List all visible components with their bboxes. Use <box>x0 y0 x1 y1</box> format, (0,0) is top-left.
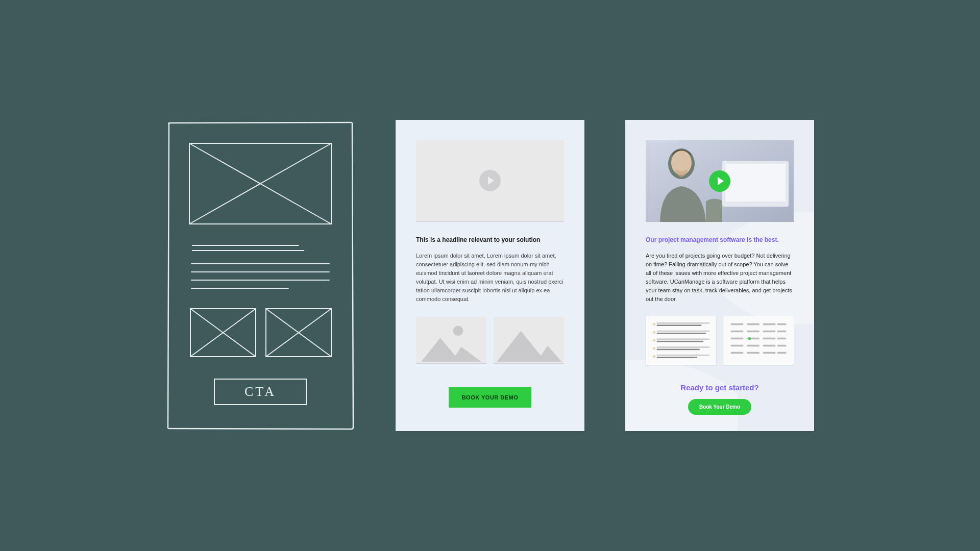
ready-heading: Ready to get started? <box>646 383 794 392</box>
sketch-cta-label: CTA <box>244 384 276 399</box>
svg-rect-35 <box>657 341 703 342</box>
hero-video[interactable] <box>646 140 794 222</box>
hifi-body-text: Are you tired of projects going over bud… <box>646 252 794 304</box>
svg-point-27 <box>653 323 655 325</box>
svg-rect-42 <box>727 319 790 362</box>
svg-rect-41 <box>657 357 697 359</box>
image-placeholder <box>494 317 564 364</box>
video-placeholder[interactable] <box>416 140 564 222</box>
svg-rect-44 <box>747 323 760 325</box>
svg-rect-28 <box>657 322 709 324</box>
svg-rect-40 <box>657 355 709 356</box>
hifi-headline: Our project management software is the b… <box>646 236 794 243</box>
svg-point-20 <box>625 360 738 431</box>
hifi-mockup-panel: Our project management software is the b… <box>625 120 814 431</box>
lofi-body-text: Lorem ipsum dolor sit amet, Lorem ipsum … <box>416 252 564 304</box>
svg-marker-18 <box>497 331 561 362</box>
svg-marker-17 <box>421 338 481 362</box>
svg-rect-51 <box>731 338 744 340</box>
svg-rect-57 <box>763 345 776 347</box>
svg-rect-50 <box>777 331 787 333</box>
book-demo-button[interactable]: Book Your Demo <box>688 399 751 415</box>
svg-rect-48 <box>747 331 760 333</box>
lofi-mockup-panel: This is a headline relevant to your solu… <box>396 120 584 431</box>
lofi-headline: This is a headline relevant to your solu… <box>416 236 564 243</box>
svg-rect-61 <box>763 352 776 354</box>
image-placeholder <box>416 317 486 364</box>
svg-rect-49 <box>763 331 776 333</box>
play-icon <box>709 170 730 192</box>
svg-rect-34 <box>657 339 709 340</box>
wireframe-sketch-panel: CTA <box>166 120 355 431</box>
svg-rect-46 <box>777 323 787 325</box>
svg-rect-55 <box>731 345 744 347</box>
svg-point-16 <box>453 326 463 336</box>
svg-point-30 <box>653 331 655 334</box>
book-demo-button[interactable]: BOOK YOUR DEMO <box>449 387 532 408</box>
svg-rect-37 <box>657 347 709 348</box>
svg-rect-59 <box>731 352 744 354</box>
svg-rect-38 <box>657 349 700 350</box>
svg-point-33 <box>653 339 655 342</box>
sketch-cta-button[interactable]: CTA <box>214 379 306 405</box>
product-screenshot <box>646 316 716 365</box>
svg-point-36 <box>653 347 655 349</box>
lofi-thumbnail-row <box>416 317 564 364</box>
svg-point-63 <box>748 337 751 340</box>
svg-rect-23 <box>725 164 786 202</box>
svg-rect-29 <box>657 325 702 327</box>
svg-point-39 <box>653 355 655 358</box>
svg-rect-53 <box>763 338 776 340</box>
cta-label: BOOK YOUR DEMO <box>462 394 519 400</box>
svg-rect-45 <box>763 323 776 325</box>
svg-rect-54 <box>777 338 787 340</box>
svg-rect-32 <box>657 333 706 334</box>
svg-rect-47 <box>731 331 744 333</box>
product-screenshot <box>723 316 794 365</box>
svg-rect-58 <box>777 345 787 347</box>
svg-point-25 <box>671 151 692 175</box>
svg-rect-31 <box>657 331 709 332</box>
svg-rect-62 <box>777 352 787 354</box>
svg-rect-56 <box>747 345 760 347</box>
cta-label: Book Your Demo <box>699 404 740 410</box>
svg-rect-60 <box>747 352 760 354</box>
svg-rect-43 <box>731 323 744 325</box>
play-icon <box>479 170 501 191</box>
hifi-screenshot-row <box>646 316 794 365</box>
